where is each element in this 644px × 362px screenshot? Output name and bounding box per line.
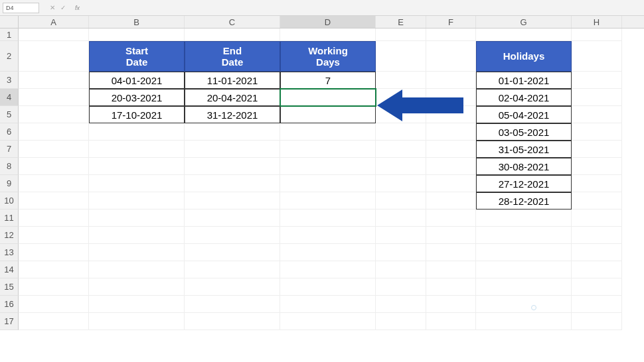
cell-H10[interactable] [572, 192, 622, 210]
row-header-15[interactable]: 15 [0, 278, 19, 296]
cell-C3[interactable]: 11-01-2021 [185, 72, 280, 89]
name-box[interactable]: D4 [3, 3, 39, 13]
cell-A16[interactable] [19, 296, 89, 313]
cell-H17[interactable] [572, 313, 622, 330]
cell-E7[interactable] [376, 141, 426, 158]
cell-B8[interactable] [89, 158, 185, 175]
col-header-h[interactable]: H [572, 16, 622, 28]
row-header-2[interactable]: 2 [0, 41, 19, 72]
cell-B4[interactable]: 20-03-2021 [89, 89, 185, 106]
cell-B1[interactable] [89, 29, 185, 41]
cell-C1[interactable] [185, 29, 280, 41]
cell-H16[interactable] [572, 296, 622, 313]
cell-H6[interactable] [572, 123, 622, 141]
cell-B13[interactable] [89, 244, 185, 261]
cells-area[interactable]: Start DateEnd DateWorking Days04-01-2021… [19, 29, 622, 330]
cell-A11[interactable] [19, 210, 89, 227]
cell-A10[interactable] [19, 192, 89, 210]
cell-A14[interactable] [19, 261, 89, 278]
cell-F17[interactable] [426, 313, 476, 330]
col-header-b[interactable]: B [89, 16, 185, 28]
row-header-8[interactable]: 8 [0, 158, 19, 175]
cell-E11[interactable] [376, 210, 426, 227]
cell-B16[interactable] [89, 296, 185, 313]
row-header-9[interactable]: 9 [0, 175, 19, 192]
cell-A17[interactable] [19, 313, 89, 330]
cell-A8[interactable] [19, 158, 89, 175]
cell-F12[interactable] [426, 227, 476, 244]
cell-C4[interactable]: 20-04-2021 [185, 89, 280, 106]
cell-G5[interactable]: 05-04-2021 [476, 106, 572, 123]
cell-G3[interactable]: 01-01-2021 [476, 72, 572, 89]
col-header-f[interactable]: F [426, 16, 476, 28]
cell-H15[interactable] [572, 278, 622, 296]
cell-H2[interactable] [572, 41, 622, 72]
cell-G6[interactable]: 03-05-2021 [476, 123, 572, 141]
cell-H8[interactable] [572, 158, 622, 175]
cell-C10[interactable] [185, 192, 280, 210]
cell-B6[interactable] [89, 123, 185, 141]
col-header-a[interactable]: A [19, 16, 89, 28]
cell-F8[interactable] [426, 158, 476, 175]
cell-B11[interactable] [89, 210, 185, 227]
cell-F7[interactable] [426, 141, 476, 158]
cell-A12[interactable] [19, 227, 89, 244]
header-working-days[interactable]: Working Days [280, 41, 376, 72]
cell-F10[interactable] [426, 192, 476, 210]
cell-D12[interactable] [280, 227, 376, 244]
cell-A7[interactable] [19, 141, 89, 158]
cell-D7[interactable] [280, 141, 376, 158]
cell-C17[interactable] [185, 313, 280, 330]
cell-E17[interactable] [376, 313, 426, 330]
cell-E16[interactable] [376, 296, 426, 313]
cell-D17[interactable] [280, 313, 376, 330]
row-header-11[interactable]: 11 [0, 210, 19, 227]
cell-F11[interactable] [426, 210, 476, 227]
col-header-c[interactable]: C [185, 16, 280, 28]
cell-F6[interactable] [426, 123, 476, 141]
cell-A6[interactable] [19, 123, 89, 141]
cell-B5[interactable]: 17-10-2021 [89, 106, 185, 123]
cell-H5[interactable] [572, 106, 622, 123]
cell-E1[interactable] [376, 29, 426, 41]
row-header-4[interactable]: 4 [0, 89, 19, 106]
cell-E12[interactable] [376, 227, 426, 244]
cell-C14[interactable] [185, 261, 280, 278]
cell-H12[interactable] [572, 227, 622, 244]
cancel-icon[interactable]: ✕ [50, 4, 55, 11]
header-holidays[interactable]: Holidays [476, 41, 572, 72]
cell-E6[interactable] [376, 123, 426, 141]
cell-H4[interactable] [572, 89, 622, 106]
row-header-10[interactable]: 10 [0, 192, 19, 210]
cell-C15[interactable] [185, 278, 280, 296]
cell-F14[interactable] [426, 261, 476, 278]
cell-G10[interactable]: 28-12-2021 [476, 192, 572, 210]
row-header-17[interactable]: 17 [0, 313, 19, 330]
cell-C16[interactable] [185, 296, 280, 313]
cell-D4[interactable] [280, 89, 376, 106]
cell-G15[interactable] [476, 278, 572, 296]
cell-D3[interactable]: 7 [280, 72, 376, 89]
row-header-12[interactable]: 12 [0, 227, 19, 244]
cell-D9[interactable] [280, 175, 376, 192]
row-header-16[interactable]: 16 [0, 296, 19, 313]
cell-B9[interactable] [89, 175, 185, 192]
cell-E2[interactable] [376, 41, 426, 72]
cell-A5[interactable] [19, 106, 89, 123]
col-header-d[interactable]: D [280, 16, 376, 28]
cell-C11[interactable] [185, 210, 280, 227]
cell-A9[interactable] [19, 175, 89, 192]
cell-C8[interactable] [185, 158, 280, 175]
cell-G4[interactable]: 02-04-2021 [476, 89, 572, 106]
cell-B7[interactable] [89, 141, 185, 158]
cell-A2[interactable] [19, 41, 89, 72]
cell-C12[interactable] [185, 227, 280, 244]
cell-D1[interactable] [280, 29, 376, 41]
cell-D6[interactable] [280, 123, 376, 141]
cell-E14[interactable] [376, 261, 426, 278]
cell-D5[interactable] [280, 106, 376, 123]
row-header-13[interactable]: 13 [0, 244, 19, 261]
cell-D11[interactable] [280, 210, 376, 227]
cell-E15[interactable] [376, 278, 426, 296]
cell-E13[interactable] [376, 244, 426, 261]
